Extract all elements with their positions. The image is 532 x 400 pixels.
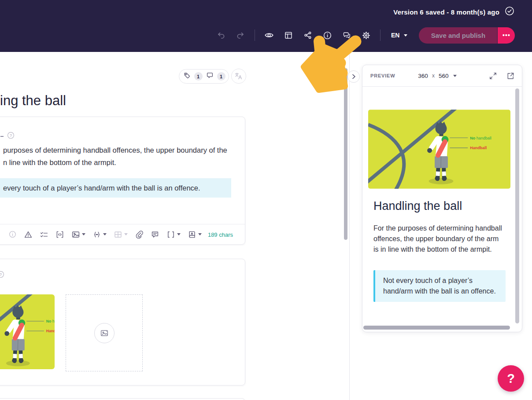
chevron-right-icon	[351, 74, 356, 79]
text-editor-toolbar: 189 chars	[0, 224, 245, 244]
editor-scrollbar[interactable]	[344, 68, 347, 240]
preview-hero-image: No handball Handball	[368, 110, 510, 189]
share-icon[interactable]	[298, 27, 318, 43]
collapse-preview-button[interactable]	[347, 70, 360, 83]
preview-horizontal-scrollbar[interactable]	[363, 326, 510, 330]
preview-header-actions	[488, 70, 516, 81]
image-placeholder-icon	[100, 328, 109, 338]
version-status-text: Version 6 saved - 8 month(s) ago	[393, 8, 499, 16]
code-block-icon[interactable]	[52, 228, 68, 242]
top-header: Version 6 saved - 8 month(s) ago	[0, 0, 532, 52]
no-handball-label-bold: No	[470, 136, 475, 140]
viewport-width: 360	[418, 73, 428, 79]
comment-count-badge: 1	[217, 72, 225, 81]
preview-card-paragraph: For the purposes of determining handball…	[373, 223, 502, 255]
save-group: Save and publish •••	[419, 27, 515, 44]
empty-image-dropzone[interactable]	[66, 294, 143, 371]
text-block-header: ?	[0, 132, 15, 141]
tag-count-badge: 1	[194, 72, 203, 81]
highlighted-text: every touch of a player’s hand/arm with …	[3, 184, 200, 192]
preview-label: PREVIEW	[370, 73, 395, 78]
handball-label: Handball	[470, 146, 487, 150]
warning-icon[interactable]	[20, 228, 36, 242]
chevron-down-icon	[404, 34, 407, 37]
chevron-down-icon	[198, 233, 202, 235]
paragraph-line: purposes of determining handball offence…	[3, 146, 227, 154]
preview-vertical-scrollbar[interactable]	[515, 88, 519, 323]
preview-panel-header: PREVIEW 360 x 560	[362, 65, 522, 87]
panel-divider	[349, 52, 350, 400]
tag-icon	[183, 71, 191, 81]
check-circle-icon	[505, 6, 514, 18]
chevron-down-icon	[82, 233, 85, 235]
glossary-icon[interactable]	[184, 228, 205, 242]
chevron-down-icon	[453, 75, 457, 77]
text-block-card: ? purposes of determining handball offen…	[0, 117, 245, 245]
more-options-button[interactable]: •••	[497, 27, 515, 44]
redo-icon[interactable]	[231, 27, 250, 43]
char-count: 189 chars	[208, 224, 233, 245]
variables-icon[interactable]	[89, 228, 110, 242]
svg-text:?: ?	[0, 272, 2, 277]
translate-icon	[234, 72, 243, 81]
next-block-card	[0, 398, 245, 400]
info-icon[interactable]	[318, 27, 337, 43]
preview-panel: PREVIEW 360 x 560	[362, 65, 522, 332]
highlighted-text-block: every touch of a player’s hand/arm with …	[0, 178, 231, 198]
image-icon[interactable]	[68, 228, 89, 242]
version-status: Version 6 saved - 8 month(s) ago	[393, 6, 514, 18]
settings-gear-icon[interactable]	[356, 27, 376, 43]
toolbar-divider	[380, 29, 381, 41]
translate-button[interactable]	[231, 69, 246, 84]
expand-icon[interactable]	[488, 70, 498, 81]
info-icon[interactable]	[5, 228, 20, 242]
handball-label: Handball	[46, 329, 55, 333]
language-label: EN	[391, 32, 399, 39]
chevron-down-icon	[103, 233, 107, 235]
no-handball-label-rest: handball	[51, 319, 55, 323]
preview-callout: Not every touch of a player’s hand/arm w…	[373, 270, 506, 302]
preview-eye-icon[interactable]	[259, 27, 279, 43]
preview-card-title: Handling the ball	[373, 199, 462, 213]
save-and-publish-button[interactable]: Save and publish	[419, 27, 497, 44]
help-circle-icon[interactable]: ?	[7, 132, 15, 141]
help-circle-icon[interactable]: ?	[0, 271, 4, 280]
toolbar-divider	[255, 29, 255, 41]
tags-comments-pill[interactable]: 1 1	[179, 69, 229, 84]
viewport-size-dropdown[interactable]: 360 x 560	[418, 73, 457, 79]
page-title: ing the ball	[0, 93, 66, 109]
svg-text:?: ?	[10, 133, 12, 138]
layout-icon[interactable]	[279, 27, 298, 43]
chevron-down-icon	[124, 233, 128, 235]
undo-icon[interactable]	[211, 27, 231, 43]
image-block-card: ? No handball	[0, 259, 245, 385]
checklist-icon[interactable]	[36, 228, 52, 242]
no-handball-label-rest: handball	[475, 136, 491, 140]
block-label-fragment	[0, 136, 4, 137]
app-window: Version 6 saved - 8 month(s) ago	[0, 0, 532, 400]
viewport-height: 560	[439, 73, 449, 79]
svg-text:No handball: No handball	[470, 136, 491, 140]
chevron-down-icon	[177, 233, 181, 235]
comments-icon[interactable]	[337, 27, 356, 43]
paragraph-line: n line with the bottom of the armpit.	[3, 158, 116, 167]
svg-text:No handball: No handball	[46, 319, 55, 323]
help-button[interactable]: ?	[498, 365, 524, 392]
brackets-icon[interactable]	[163, 228, 184, 242]
no-handball-label-bold: No	[46, 319, 52, 323]
table-icon[interactable]	[110, 228, 131, 242]
note-icon[interactable]	[147, 228, 163, 242]
open-external-icon[interactable]	[505, 70, 516, 81]
viewport-separator: x	[432, 73, 435, 79]
header-toolbar: EN Save and publish •••	[211, 26, 522, 45]
language-dropdown[interactable]: EN	[391, 32, 407, 39]
add-image-circle	[94, 323, 115, 343]
comment-icon	[206, 71, 214, 81]
image-thumbnail[interactable]: No handball Handball	[0, 294, 55, 369]
attachment-icon[interactable]	[131, 228, 147, 242]
